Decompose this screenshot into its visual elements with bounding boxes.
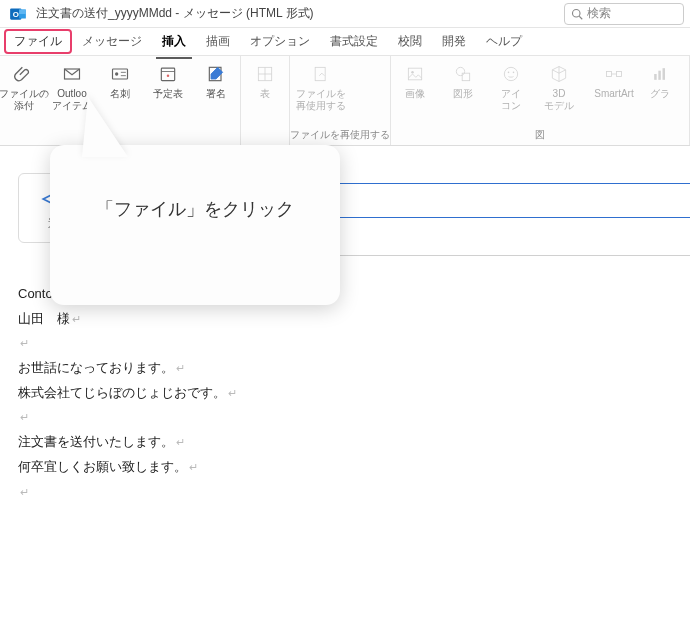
menu-file[interactable]: ファイル: [4, 29, 72, 54]
card-icon: [108, 62, 132, 86]
svg-rect-11: [161, 68, 174, 81]
return-mark: ↵: [20, 486, 29, 498]
return-mark: ↵: [176, 436, 185, 448]
body-line: ↵: [18, 405, 672, 430]
menu-insert[interactable]: 挿入: [152, 29, 196, 54]
svg-rect-31: [663, 68, 666, 80]
reuse-file-button[interactable]: ファイルを 再使用する: [290, 56, 352, 126]
shapes-icon: [451, 62, 475, 86]
ribbon-group-tables: 表: [241, 56, 290, 145]
svg-point-21: [456, 67, 464, 75]
menu-options[interactable]: オプション: [240, 29, 320, 54]
menu-help[interactable]: ヘルプ: [476, 29, 532, 54]
picture-button[interactable]: 画像: [391, 56, 439, 126]
chart-button[interactable]: グラ: [645, 56, 675, 126]
chart-icon: [648, 62, 672, 86]
shapes-button[interactable]: 図形: [439, 56, 487, 126]
return-mark: ↵: [228, 387, 237, 399]
svg-rect-29: [654, 74, 657, 80]
svg-rect-3: [19, 9, 26, 14]
svg-line-5: [579, 16, 582, 19]
svg-point-4: [573, 9, 581, 17]
attach-file-button[interactable]: ファイルの 添付: [0, 56, 48, 129]
search-box[interactable]: 検索: [564, 3, 684, 25]
outlook-icon: O: [6, 2, 30, 26]
instruction-callout: 「ファイル」をクリック: [50, 145, 340, 305]
paperclip-icon: [12, 62, 36, 86]
body-line: ↵: [18, 331, 672, 356]
svg-rect-7: [113, 69, 128, 79]
menu-draw[interactable]: 描画: [196, 29, 240, 54]
return-mark: ↵: [72, 313, 81, 325]
cube-icon: [547, 62, 571, 86]
svg-point-8: [115, 72, 118, 75]
menu-format[interactable]: 書式設定: [320, 29, 388, 54]
envelope-clip-icon: [60, 62, 84, 86]
image-icon: [403, 62, 427, 86]
signature-button[interactable]: 署名: [192, 56, 240, 129]
reuse-caption: ファイルを再使用する: [290, 126, 390, 145]
svg-rect-19: [408, 68, 421, 80]
icons-button[interactable]: アイ コン: [487, 56, 535, 126]
reuse-icon: [309, 62, 333, 86]
return-mark: ↵: [176, 362, 185, 374]
search-icon: [571, 8, 583, 20]
return-mark: ↵: [189, 461, 198, 473]
menu-bar: ファイル メッセージ 挿入 描画 オプション 書式設定 校閲 開発 ヘルプ: [0, 28, 690, 56]
svg-text:O: O: [13, 9, 19, 18]
callout-text: 「ファイル」をクリック: [96, 197, 294, 221]
3d-model-button[interactable]: 3D モデル: [535, 56, 583, 126]
svg-rect-30: [658, 71, 661, 80]
svg-point-23: [504, 67, 517, 80]
menu-review[interactable]: 校閲: [388, 29, 432, 54]
return-mark: ↵: [20, 411, 29, 423]
search-placeholder: 検索: [587, 5, 611, 22]
ribbon-group-illustrations: 画像 図形 アイ コン 3D モデル SmartArt グラ: [391, 56, 690, 145]
menu-developer[interactable]: 開発: [432, 29, 476, 54]
svg-rect-18: [315, 67, 325, 80]
svg-point-20: [411, 71, 414, 74]
menu-message[interactable]: メッセージ: [72, 29, 152, 54]
calendar-icon: [156, 62, 180, 86]
table-icon: [253, 62, 277, 86]
return-mark: ↵: [20, 337, 29, 349]
sticker-icon: [499, 62, 523, 86]
pen-icon: [204, 62, 228, 86]
svg-point-13: [167, 74, 170, 77]
svg-rect-27: [617, 72, 622, 77]
body-line: 注文書を送付いたします。↵: [18, 430, 672, 455]
body-line: 山田 様↵: [18, 307, 672, 332]
smartart-icon: [602, 62, 626, 86]
table-button[interactable]: 表: [241, 56, 289, 129]
svg-point-25: [513, 72, 515, 74]
window-title: 注文書の送付_yyyyMMdd - メッセージ (HTML 形式): [36, 5, 314, 22]
body-line: ↵: [18, 480, 672, 505]
body-line: 何卒宜しくお願い致します。↵: [18, 455, 672, 480]
svg-rect-26: [607, 72, 612, 77]
illust-caption: 図: [391, 126, 689, 145]
svg-point-24: [508, 72, 510, 74]
body-line: 株式会社てじらぼのじょじおです。↵: [18, 381, 672, 406]
calendar-button[interactable]: 予定表: [144, 56, 192, 129]
title-bar: O 注文書の送付_yyyyMMdd - メッセージ (HTML 形式) 検索: [0, 0, 690, 28]
ribbon-group-reuse: ファイルを 再使用する ファイルを再使用する: [290, 56, 391, 145]
body-line: お世話になっております。↵: [18, 356, 672, 381]
smartart-button[interactable]: SmartArt: [583, 56, 645, 126]
